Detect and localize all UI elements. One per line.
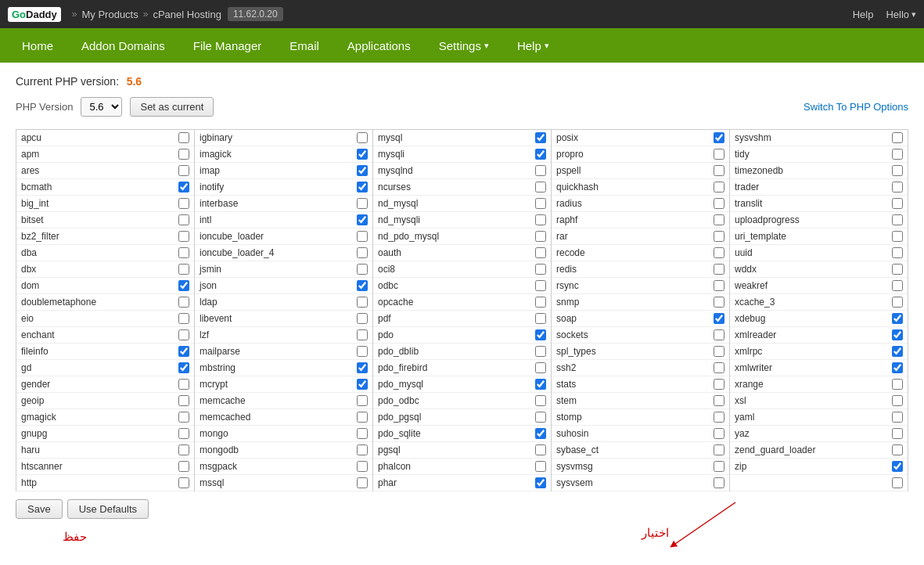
ext-checkbox[interactable] [178,428,189,439]
ext-checkbox[interactable] [714,214,724,225]
nav-settings[interactable]: Settings ▾ [425,28,503,63]
breadcrumb-my-products[interactable]: My Products [81,9,138,20]
ext-checkbox[interactable] [714,461,724,472]
php-version-select[interactable]: 5.6 7.0 7.1 [81,97,122,117]
ext-checkbox[interactable] [892,313,903,324]
ext-checkbox[interactable] [714,329,724,340]
save-button[interactable]: Save [16,499,63,519]
ext-checkbox[interactable] [892,395,903,406]
ext-checkbox[interactable] [357,231,368,242]
ext-checkbox[interactable] [357,165,368,176]
ext-checkbox[interactable] [178,313,189,324]
ext-checkbox[interactable] [892,198,903,209]
ext-checkbox[interactable] [535,214,546,225]
ext-checkbox[interactable] [535,149,546,160]
nav-email[interactable]: Email [275,28,333,63]
ext-checkbox[interactable] [535,231,546,242]
ext-checkbox[interactable] [892,379,903,390]
help-link[interactable]: Help [853,9,874,20]
ext-checkbox[interactable] [535,346,546,357]
ext-checkbox[interactable] [178,444,189,455]
use-defaults-button[interactable]: Use Defaults [67,499,149,519]
ext-checkbox[interactable] [178,280,189,291]
ext-checkbox[interactable] [714,198,724,209]
ext-checkbox[interactable] [178,182,189,193]
ext-checkbox[interactable] [535,362,546,373]
ext-checkbox[interactable] [178,362,189,373]
ext-checkbox[interactable] [535,444,546,455]
ext-checkbox[interactable] [357,428,368,439]
ext-checkbox[interactable] [535,297,546,308]
ext-checkbox[interactable] [178,214,189,225]
ext-checkbox[interactable] [357,461,368,472]
ext-checkbox[interactable] [178,461,189,472]
ext-checkbox[interactable] [535,198,546,209]
ext-checkbox[interactable] [357,214,368,225]
ext-checkbox[interactable] [357,346,368,357]
ext-checkbox[interactable] [535,477,546,488]
ext-checkbox[interactable] [535,329,546,340]
ext-checkbox[interactable] [892,182,903,193]
ext-checkbox[interactable] [535,264,546,275]
ext-checkbox[interactable] [714,444,724,455]
ext-checkbox[interactable] [178,264,189,275]
ext-checkbox[interactable] [178,247,189,258]
ext-checkbox[interactable] [714,379,724,390]
ext-checkbox[interactable] [714,182,724,193]
ext-checkbox[interactable] [892,132,903,143]
ext-checkbox[interactable] [892,297,903,308]
ext-checkbox[interactable] [714,297,724,308]
ext-checkbox[interactable] [714,149,724,160]
ext-checkbox[interactable] [714,165,724,176]
ext-checkbox[interactable] [357,280,368,291]
ext-checkbox[interactable] [892,149,903,160]
ext-checkbox[interactable] [357,132,368,143]
ext-checkbox[interactable] [535,280,546,291]
ext-checkbox[interactable] [892,461,903,472]
ext-checkbox[interactable] [357,198,368,209]
ext-checkbox[interactable] [535,395,546,406]
ext-checkbox[interactable] [357,477,368,488]
ext-checkbox[interactable] [357,182,368,193]
godaddy-logo[interactable]: GoDaddy [8,7,61,22]
ext-checkbox[interactable] [714,264,724,275]
nav-home[interactable]: Home [8,28,67,63]
ext-checkbox[interactable] [178,297,189,308]
hello-dropdown[interactable]: Hello ▾ [886,9,916,20]
nav-file-manager[interactable]: File Manager [179,28,276,63]
ext-checkbox[interactable] [892,231,903,242]
ext-checkbox[interactable] [357,362,368,373]
nav-help[interactable]: Help ▾ [503,28,563,63]
ext-checkbox[interactable] [357,264,368,275]
ext-checkbox[interactable] [714,477,724,488]
ext-checkbox[interactable] [178,412,189,423]
ext-checkbox[interactable] [892,247,903,258]
ext-checkbox[interactable] [357,149,368,160]
ext-checkbox[interactable] [178,379,189,390]
ext-checkbox[interactable] [892,280,903,291]
ext-checkbox[interactable] [714,231,724,242]
ext-checkbox[interactable] [357,329,368,340]
ext-checkbox[interactable] [178,231,189,242]
switch-php-link[interactable]: Switch To PHP Options [804,101,908,113]
ext-checkbox[interactable] [714,346,724,357]
ext-checkbox[interactable] [535,313,546,324]
ext-checkbox[interactable] [178,329,189,340]
ext-checkbox[interactable] [892,362,903,373]
ext-checkbox[interactable] [535,412,546,423]
ext-checkbox[interactable] [714,412,724,423]
ext-checkbox[interactable] [714,132,724,143]
ext-checkbox[interactable] [714,395,724,406]
nav-applications[interactable]: Applications [333,28,425,63]
ext-checkbox[interactable] [892,444,903,455]
ext-checkbox[interactable] [714,428,724,439]
set-current-button[interactable]: Set as current [130,97,214,117]
ext-checkbox[interactable] [357,297,368,308]
ext-checkbox[interactable] [357,313,368,324]
ext-checkbox[interactable] [357,444,368,455]
ext-checkbox[interactable] [178,165,189,176]
ext-checkbox[interactable] [892,477,903,488]
ext-checkbox[interactable] [535,182,546,193]
ext-checkbox[interactable] [535,428,546,439]
ext-checkbox[interactable] [892,165,903,176]
